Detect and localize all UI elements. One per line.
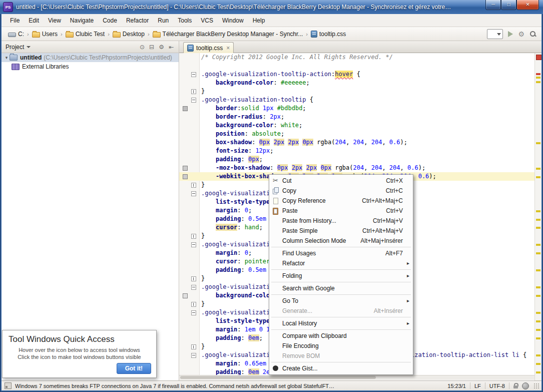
fold-collapse-icon[interactable] [191, 191, 196, 196]
context-menu-item-find-usages[interactable]: Find UsagesAlt+F7 [270, 248, 412, 258]
menu-edit[interactable]: Edit [24, 15, 44, 26]
code-line[interactable]: padding: 0px; [201, 155, 263, 164]
resize-grip[interactable] [533, 382, 539, 389]
horizontal-scrollbar[interactable] [179, 375, 535, 380]
code-line[interactable]: } [201, 274, 205, 283]
maximize-button[interactable] [501, 0, 516, 10]
stripe-warning-mark[interactable] [536, 252, 540, 254]
stripe-warning-mark[interactable] [536, 168, 540, 170]
error-stripe[interactable] [534, 53, 541, 380]
color-swatch[interactable] [183, 166, 188, 171]
breadcrumb-t-l-charger-blackberry-desktop-manager-synchr[interactable]: Télécharger BlackBerry Desktop Manager -… [151, 30, 305, 39]
context-menu-item-folding[interactable]: Folding▸ [270, 271, 412, 281]
stripe-warning-mark[interactable] [536, 81, 540, 83]
menu-vcs[interactable]: VCS [196, 15, 218, 26]
stripe-warning-mark[interactable] [536, 371, 540, 373]
code-line[interactable]: } [201, 87, 205, 96]
menu-file[interactable]: File [6, 15, 24, 26]
run-configuration-combobox[interactable] [487, 29, 503, 39]
code-line[interactable]: } [201, 181, 205, 189]
fold-end-icon[interactable] [191, 344, 196, 349]
code-line[interactable]: padding: 0em; [201, 334, 263, 342]
close-icon[interactable]: × [226, 46, 230, 51]
context-menu-item-cut[interactable]: CutCtrl+X [270, 176, 412, 186]
stripe-warning-mark[interactable] [536, 312, 540, 314]
code-line[interactable]: } [201, 342, 205, 351]
fold-collapse-icon[interactable] [191, 72, 196, 77]
title-bar[interactable]: PS untitled - [C:\Users\Clubic Test\Phps… [0, 0, 543, 14]
stripe-warning-mark[interactable] [536, 219, 540, 221]
code-line[interactable]: font-size: 12px; [201, 147, 274, 155]
stripe-warning-mark[interactable] [536, 320, 540, 322]
stripe-warning-mark[interactable] [536, 142, 540, 144]
breadcrumb-users[interactable]: Users [31, 30, 59, 39]
code-line[interactable]: border-radius: 2px; [201, 113, 284, 121]
stripe-warning-mark[interactable] [536, 329, 540, 331]
tab-tooltip-css[interactable]: tooltip.css × [183, 42, 234, 53]
run-icon[interactable] [508, 31, 513, 37]
context-menu-item-search-with-google[interactable]: Search with Google [270, 283, 412, 293]
context-menu-item-paste-from-history[interactable]: Paste from History...Ctrl+Maj+V [270, 216, 412, 226]
stripe-warning-mark[interactable] [536, 354, 540, 356]
code-line[interactable]: position: absolute; [201, 130, 284, 138]
color-swatch[interactable] [183, 106, 188, 111]
context-menu-item-column-selection-mode[interactable]: Column Selection ModeAlt+Maj+Insérer [270, 236, 412, 246]
code-line[interactable]: -moz-box-shadow: 0px 2px 2px 0px rgba(20… [201, 164, 425, 172]
context-menu-item-copy[interactable]: CopyCtrl+C [270, 186, 412, 196]
code-line[interactable]: cursor: pointer; [201, 257, 274, 266]
hector-inspector-icon[interactable] [522, 382, 529, 389]
code-line[interactable]: background-color: #eeeeee; [201, 79, 310, 87]
stripe-warning-mark[interactable] [536, 77, 540, 79]
scroll-to-source-icon[interactable]: ⊙ [140, 44, 145, 51]
breadcrumb-c[interactable]: C: [7, 30, 26, 39]
file-errors-indicator[interactable] [536, 55, 541, 60]
menu-help[interactable]: Help [248, 15, 270, 26]
fold-collapse-icon[interactable] [191, 242, 196, 247]
context-menu-item-file-encoding[interactable]: File Encoding [270, 341, 412, 351]
code-line[interactable]: .google-visualization-tooltip { [201, 96, 313, 104]
context-menu-item-paste[interactable]: PasteCtrl+V [270, 206, 412, 216]
stripe-warning-mark[interactable] [536, 269, 540, 271]
code-line[interactable]: box-shadow: 0px 2px 2px 0px rgba(204, 20… [201, 138, 407, 147]
tree-item-untitled[interactable]: ▾untitled(C:\Users\Clubic Test\PhpstormP… [2, 53, 179, 62]
breadcrumb-desktop[interactable]: Desktop [111, 30, 146, 39]
fold-collapse-icon[interactable] [191, 310, 196, 315]
stripe-warning-mark[interactable] [536, 337, 540, 339]
stripe-warning-mark[interactable] [536, 244, 540, 246]
hide-panel-icon[interactable]: ⇤ [169, 44, 174, 51]
context-menu-item-copy-reference[interactable]: Copy ReferenceCtrl+Alt+Maj+C [270, 196, 412, 206]
code-line[interactable]: } [201, 232, 205, 240]
menu-code[interactable]: Code [98, 15, 122, 26]
code-line[interactable]: cursor: hand; [201, 223, 263, 232]
menu-navigate[interactable]: Navigate [66, 15, 98, 26]
stripe-warning-mark[interactable] [536, 227, 540, 229]
stripe-warning-mark[interactable] [536, 295, 540, 297]
stripe-warning-mark[interactable] [536, 176, 540, 178]
toolwindow-toggle-icon[interactable] [5, 382, 12, 389]
code-line[interactable]: margin: 0; [201, 206, 252, 215]
color-swatch[interactable] [183, 174, 188, 179]
fold-end-icon[interactable] [191, 302, 196, 307]
horizontal-scrollbar-thumb[interactable] [180, 376, 376, 379]
search-icon[interactable] [529, 31, 536, 38]
code-line[interactable]: /* Copyright 2012 Google Inc. All Rights… [201, 53, 393, 62]
collapse-all-icon[interactable]: ⊟ [149, 44, 154, 51]
color-swatch[interactable] [183, 293, 188, 298]
chevron-down-icon[interactable]: ▾ [4, 55, 10, 60]
stripe-warning-mark[interactable] [536, 210, 540, 212]
breadcrumb-tooltip-css[interactable]: tooltip.css [309, 30, 347, 39]
fold-end-icon[interactable] [191, 234, 196, 239]
stripe-warning-mark[interactable] [536, 363, 540, 365]
line-ending-widget[interactable]: LF [474, 383, 481, 389]
code-line[interactable]: background-color: white; [201, 121, 302, 130]
code-line[interactable]: margin: 0; [201, 249, 252, 257]
context-menu-item-go-to[interactable]: Go To▸ [270, 296, 412, 306]
code-line[interactable]: } [201, 300, 205, 308]
caret-position-widget[interactable]: 15:23/1 [447, 383, 466, 389]
fold-end-icon[interactable] [191, 183, 196, 188]
breadcrumb-clubic-test[interactable]: Clubic Test [64, 30, 106, 39]
menu-refactor[interactable]: Refactor [122, 15, 153, 26]
status-message[interactable]: Windows 7 sometimes breaks FTP connectio… [15, 383, 335, 389]
context-menu-item-local-history[interactable]: Local History▸ [270, 318, 412, 328]
fold-end-icon[interactable] [191, 276, 196, 281]
